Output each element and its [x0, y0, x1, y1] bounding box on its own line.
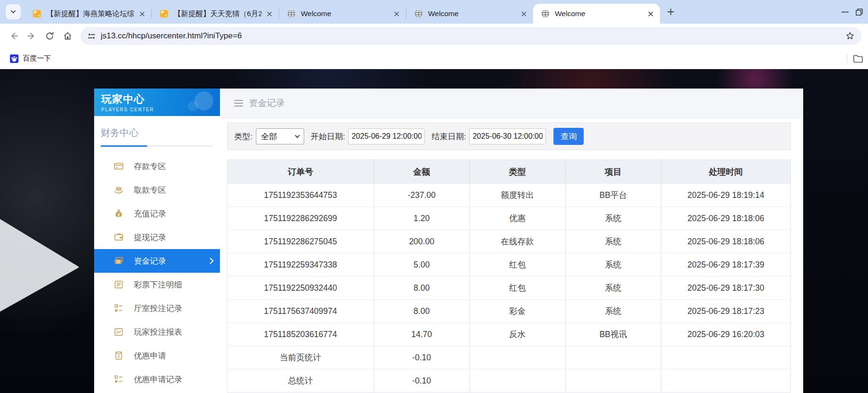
end-date-input[interactable] [469, 128, 546, 144]
list-icon [114, 303, 124, 313]
back-button[interactable] [5, 27, 23, 45]
back-arrow-icon [9, 31, 18, 41]
tab-2[interactable]: 【新提醒】天天竞猜（6月29日 [152, 4, 279, 24]
moneybag-icon [114, 208, 124, 219]
cell-type: 彩金 [470, 300, 565, 323]
forward-button[interactable] [23, 27, 41, 45]
cell-amount: 14.70 [374, 323, 469, 346]
coupon-icon [114, 350, 124, 361]
minimize-button[interactable] [834, 0, 856, 24]
tab-title: 【新提醒】天天竞猜（6月29日 [174, 9, 262, 19]
cell-amount: 8.00 [374, 300, 469, 323]
window-controls [834, 0, 868, 24]
url-text[interactable]: js13.cc/hhcp/usercenter.html?iniType=6 [101, 31, 845, 41]
table-summary-row-total: 总统计 -0.10 [228, 369, 791, 393]
sidebar-item-withdrawal-records[interactable]: 提现记录 [94, 225, 220, 249]
col-amount: 金额 [374, 160, 469, 184]
cell-order-no: 1751175637409974 [228, 300, 374, 323]
sidebar-item-withdraw[interactable]: 取款专区 [94, 178, 220, 202]
baidu-paw-favicon [9, 54, 19, 63]
cell-process-time: 2025-06-29 18:18:06 [661, 207, 791, 230]
tab-title: Welcome [555, 9, 643, 18]
table-header-row: 订单号 金额 类型 项目 处理时间 [228, 160, 791, 184]
cell-type: 在线存款 [470, 230, 565, 253]
cell-project: 系统 [565, 277, 661, 300]
reload-button[interactable] [41, 27, 59, 45]
sidebar-item-label: 彩票下注明细 [134, 279, 182, 290]
table-row: 1751185203616774 14.70 反水 BB视讯 2025-06-2… [228, 323, 791, 346]
sidebar-item-recharge-records[interactable]: 充值记录 [94, 202, 220, 225]
cell-type: 反水 [470, 323, 565, 346]
cell-project: 系统 [565, 253, 661, 277]
tab-close-icon[interactable] [518, 8, 529, 19]
wallet-icon [114, 232, 124, 242]
address-bar[interactable]: js13.cc/hhcp/usercenter.html?iniType=6 [80, 27, 861, 45]
col-process-time: 处理时间 [661, 160, 791, 184]
cell-empty [661, 346, 791, 369]
restore-icon [856, 9, 863, 16]
home-button[interactable] [59, 27, 77, 45]
select-caret-icon [295, 134, 300, 138]
user-center-panel: 玩家中心 PLAYERS CENTER 财务中心 存款专区 [94, 89, 803, 393]
tab-close-icon[interactable] [645, 8, 656, 19]
new-tab-button[interactable] [664, 5, 678, 19]
table-row: 1751192353644753 -237.00 额度转出 BB平台 2025-… [228, 184, 791, 207]
cell-process-time: 2025-06-29 18:17:30 [661, 277, 791, 300]
site-info-icon[interactable] [87, 32, 96, 41]
sidebar-item-label: 充值记录 [134, 208, 166, 219]
finance-center-label: 财务中心 [101, 126, 213, 139]
reload-icon [45, 31, 54, 41]
tab-close-icon[interactable] [136, 8, 148, 19]
tab-title: 【新提醒】海燕策略论坛综合交 [46, 9, 134, 19]
browser-toolbar: js13.cc/hhcp/usercenter.html?iniType=6 [0, 24, 868, 48]
other-bookmarks-folder-icon[interactable] [853, 54, 863, 63]
tabs: 【新提醒】海燕策略论坛综合交 【新提醒】天天竞猜（6月29日 Welcome [25, 0, 660, 24]
plus-icon [667, 8, 675, 16]
restore-button[interactable] [856, 0, 868, 24]
funds-icon [114, 256, 124, 266]
sidebar-item-promo-apply[interactable]: 优惠申请 [94, 344, 220, 367]
sidebar-header: 玩家中心 PLAYERS CENTER [94, 89, 220, 116]
sidebar-item-player-bet-report[interactable]: 玩家投注报表 [94, 320, 220, 344]
tab-4[interactable]: Welcome [406, 4, 533, 24]
bookmark-star-icon[interactable] [845, 31, 855, 41]
content-body: 类型: 全部 开始日期: 结束日期: 查询 [220, 118, 803, 393]
tab-close-icon[interactable] [391, 8, 402, 19]
table-row: 1751192286275045 200.00 在线存款 系统 2025-06-… [228, 230, 791, 253]
sidebar-item-fund-records[interactable]: 资金记录 [94, 249, 220, 273]
sidebar-item-deposit[interactable]: 存款专区 [94, 154, 220, 178]
sidebar-item-promo-apply-records[interactable]: 优惠申请记录 [94, 367, 220, 391]
forward-arrow-icon [27, 31, 36, 41]
cell-order-no: 1751192250932440 [228, 277, 374, 300]
hamburger-icon[interactable] [234, 100, 243, 107]
tab-5-active[interactable]: Welcome [533, 4, 660, 24]
end-date-label: 结束日期: [431, 131, 466, 142]
home-icon [63, 31, 72, 41]
type-select[interactable]: 全部 [256, 128, 304, 144]
sidebar-item-lottery-bet-details[interactable]: 彩票下注明细 [94, 273, 220, 296]
bookmark-label: 百度一下 [23, 54, 51, 63]
start-date-input[interactable] [348, 128, 425, 144]
tab-title: Welcome [428, 9, 516, 18]
table-row: 1751175637409974 8.00 彩金 系统 2025-06-29 1… [228, 300, 791, 323]
tab-close-icon[interactable] [263, 8, 275, 19]
sidebar-item-hall-bet-records[interactable]: 厅室投注记录 [94, 296, 220, 320]
cell-process-time: 2025-06-29 18:18:06 [661, 230, 791, 253]
cell-project: BB平台 [565, 184, 661, 207]
withdraw-hand-icon [114, 185, 124, 195]
bookmark-baidu[interactable]: 百度一下 [6, 52, 55, 65]
tab-1[interactable]: 【新提醒】海燕策略论坛综合交 [25, 4, 151, 24]
tab-search-button[interactable] [6, 4, 21, 19]
tab-3[interactable]: Welcome [279, 4, 406, 24]
search-button[interactable]: 查询 [553, 128, 584, 145]
sidebar-item-label: 玩家投注报表 [134, 327, 182, 338]
tab-title: Welcome [301, 9, 389, 18]
table-row: 1751192286292699 1.20 优惠 系统 2025-06-29 1… [228, 207, 791, 230]
filter-bar: 类型: 全部 开始日期: 结束日期: 查询 [227, 123, 791, 150]
type-label: 类型: [234, 131, 253, 142]
cell-process-time: 2025-06-29 16:20:03 [661, 323, 791, 346]
cell-type: 红包 [470, 277, 565, 300]
sidebar-item-label: 资金记录 [134, 256, 166, 267]
type-select-value: 全部 [261, 131, 277, 142]
cell-process-time: 2025-06-29 18:19:14 [661, 184, 791, 207]
